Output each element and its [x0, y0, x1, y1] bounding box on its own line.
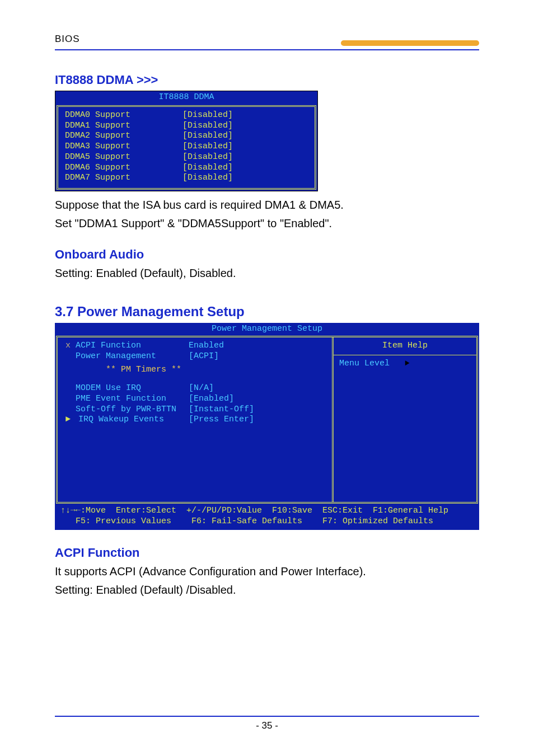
pm-row-value: [N/A] — [189, 383, 323, 394]
ddma-body-text-1: Suppose that the ISA bus card is require… — [55, 197, 479, 213]
pm-row-value: Enabled — [189, 341, 323, 351]
ddma-row-value: [Disabled] — [182, 142, 308, 152]
onboard-audio-body: Setting: Enabled (Default), Disabled. — [55, 265, 479, 281]
footer-rule — [55, 716, 479, 717]
pm-row-value: [Instant-Off] — [189, 405, 323, 415]
bios-screenshot-power-mgmt: Power Management Setup x ACPI Function E… — [55, 323, 479, 530]
page-number: - 35 - — [0, 720, 534, 731]
bios-pm-help-panel: Item Help Menu Level ► — [332, 337, 476, 502]
pm-row-value: [Enabled] — [189, 394, 323, 405]
ddma-row-label: DDMA7 Support — [65, 173, 182, 184]
pm-menu-level: Menu Level ► — [339, 359, 471, 369]
pm-row-label: Soft-Off by PWR-BTTN — [65, 405, 189, 415]
bios-ddma-title: IT8888 DDMA — [55, 91, 317, 104]
ddma-row-label: DDMA5 Support — [65, 152, 182, 163]
pm-row-label: PME Event Function — [65, 394, 189, 405]
bios-pm-frame: x ACPI Function Enabled Power Management… — [56, 336, 478, 504]
submenu-arrow-icon: ► — [65, 415, 73, 425]
menu-level-arrow-icon: ► — [405, 359, 409, 369]
bios-pm-left-panel: x ACPI Function Enabled Power Management… — [58, 337, 332, 502]
header-bar — [85, 38, 479, 46]
pm-row-label: ► IRQ Wakeup Events — [65, 415, 189, 425]
pm-row-label: MODEM Use IRQ — [65, 383, 189, 394]
header-section-label: BIOS — [55, 34, 80, 46]
ddma-row-value: [Disabled] — [182, 131, 308, 142]
pm-help-rule — [334, 355, 476, 355]
ddma-row-label: DDMA6 Support — [65, 163, 182, 173]
ddma-row-label: DDMA0 Support — [65, 110, 182, 121]
pm-footer-line2: F5: Previous Values F6: Fail-Safe Defaul… — [60, 516, 433, 526]
ddma-row-value: [Disabled] — [182, 163, 308, 173]
header-bar-accent — [341, 40, 479, 46]
ddma-row-value: [Disabled] — [182, 173, 308, 184]
ddma-body-text-2: Set "DDMA1 Support" & "DDMA5Support" to … — [55, 215, 479, 232]
ddma-row-value: [Disabled] — [182, 121, 308, 132]
pm-row-value: [Press Enter] — [189, 415, 323, 425]
pm-row-label: x ACPI Function — [65, 341, 189, 351]
pm-timers-label: ** PM Timers ** — [65, 365, 323, 375]
page: BIOS IT8888 DDMA >>> IT8888 DDMA DDMA0 S… — [0, 0, 534, 756]
acpi-body-1: It supports ACPI (Advance Configuration … — [55, 564, 479, 580]
heading-ddma: IT8888 DDMA >>> — [55, 73, 479, 87]
heading-acpi-function: ACPI Function — [55, 546, 479, 560]
acpi-body-2: Setting: Enabled (Default) /Disabled. — [55, 582, 479, 598]
bios-ddma-body: DDMA0 Support[Disabled] DDMA1 Support[Di… — [57, 105, 316, 190]
page-header: BIOS — [55, 34, 479, 46]
bios-screenshot-ddma: IT8888 DDMA DDMA0 Support[Disabled] DDMA… — [55, 91, 318, 191]
ddma-row-label: DDMA3 Support — [65, 142, 182, 152]
ddma-row-label: DDMA1 Support — [65, 121, 182, 132]
heading-power-mgmt: 3.7 Power Management Setup — [55, 304, 479, 320]
bios-pm-title: Power Management Setup — [55, 323, 479, 336]
pm-prefix: x — [65, 341, 71, 350]
ddma-row-value: [Disabled] — [182, 152, 308, 163]
pm-help-title: Item Help — [339, 341, 471, 351]
ddma-row-value: [Disabled] — [182, 110, 308, 121]
heading-onboard-audio: Onboard Audio — [55, 247, 479, 262]
bios-pm-footer: ↑↓→←:Move Enter:Select +/-/PU/PD:Value F… — [55, 504, 479, 530]
pm-row-value: [ACPI] — [189, 351, 323, 362]
pm-row-label: Power Management — [65, 351, 189, 362]
pm-footer-line1: ↑↓→←:Move Enter:Select +/-/PU/PD:Value F… — [60, 506, 448, 515]
ddma-row-label: DDMA2 Support — [65, 131, 182, 142]
header-rule — [55, 49, 479, 50]
